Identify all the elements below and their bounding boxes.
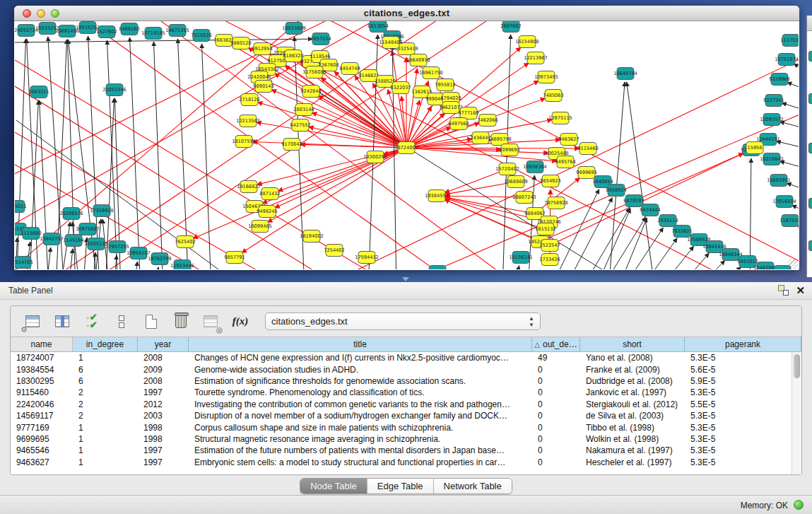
- table-row[interactable]: 977716911998Corpus callosum shape and si…: [11, 421, 792, 433]
- network-node-9463627[interactable]: 9463627: [558, 134, 579, 146]
- column-header-name[interactable]: name: [11, 337, 73, 351]
- column-header-short[interactable]: short: [580, 337, 685, 351]
- network-node-16640910[interactable]: 16640910: [406, 54, 430, 66]
- network-node-2063311[interactable]: 2063311: [28, 86, 49, 98]
- network-node-2522547[interactable]: 2522547: [539, 240, 560, 252]
- tab-network-table[interactable]: Network Table: [434, 479, 512, 493]
- network-node-16099485[interactable]: 16099485: [248, 221, 272, 233]
- network-node-11548408[interactable]: 11548408: [379, 37, 403, 49]
- network-node-16936364[interactable]: 16936364: [523, 161, 547, 173]
- network-node-19166827[interactable]: 19166827: [237, 181, 261, 193]
- network-node-9474444[interactable]: 9474444: [640, 204, 660, 216]
- network-node-9890143[interactable]: 9890143: [253, 81, 273, 93]
- network-node-1115680[interactable]: 1115680: [20, 228, 41, 240]
- network-node-12505115[interactable]: 12505115: [84, 238, 108, 250]
- table-row[interactable]: 1830029562008Estimation of significance …: [11, 375, 792, 387]
- network-node-12093572[interactable]: 12093572: [760, 114, 784, 126]
- network-node-16033809[interactable]: 16033809: [282, 23, 306, 35]
- network-node-16961758[interactable]: 16961758: [419, 67, 443, 79]
- network-node-9857791[interactable]: 9857791: [224, 252, 245, 264]
- network-node-18300295[interactable]: 18300295: [363, 151, 387, 163]
- network-node-9699695[interactable]: 9699695: [576, 167, 596, 179]
- network-node-1733426[interactable]: 1733426: [539, 254, 560, 266]
- network-node-1145194[interactable]: 1145194: [63, 235, 83, 247]
- network-node-1187534[interactable]: 1187534: [779, 215, 799, 227]
- network-node-12975115[interactable]: 12975115: [548, 112, 572, 124]
- network-node-2514705[interactable]: 2514705: [15, 257, 33, 269]
- splitter-handle[interactable]: [402, 277, 409, 282]
- network-node-9498245[interactable]: 9498245: [257, 206, 277, 218]
- network-node-17359928[interactable]: 17359928: [90, 205, 114, 217]
- network-node-17016504[interactable]: 17016504: [772, 196, 796, 208]
- column-header-title[interactable]: title: [189, 337, 532, 351]
- network-node-7625402[interactable]: 7625402: [175, 236, 195, 248]
- network-node-18807243[interactable]: 18807243: [512, 192, 536, 204]
- function-builder-button[interactable]: f(x): [231, 313, 249, 331]
- network-node-13942757[interactable]: 13942757: [40, 233, 64, 245]
- network-node-14895798[interactable]: 14895798: [488, 134, 512, 146]
- network-node-15958[interactable]: 15958: [746, 142, 763, 154]
- network-canvas[interactable]: 1872400719384554240557241053325720691406…: [15, 21, 799, 269]
- network-node-8813054[interactable]: 8813054: [367, 21, 388, 33]
- network-node-16210643[interactable]: 16210643: [760, 153, 784, 165]
- table-row[interactable]: 2242004622012Investigating the contribut…: [11, 399, 792, 410]
- network-node-79756928[interactable]: 79756928: [544, 197, 568, 209]
- network-node-7462066[interactable]: 7462066: [477, 115, 498, 127]
- network-node-2687682[interactable]: 2687682: [500, 21, 521, 33]
- column-header-out_de[interactable]: △out_de…: [532, 337, 580, 351]
- create-column-button[interactable]: [142, 313, 160, 331]
- network-node-7254402[interactable]: 7254402: [324, 245, 344, 257]
- network-node-9329966[interactable]: 9329966: [769, 74, 789, 86]
- network-node-21053346[interactable]: 21053346: [102, 84, 126, 96]
- tab-node-table[interactable]: Node Table: [300, 479, 367, 493]
- select-columns-button[interactable]: ✔✔: [83, 313, 101, 331]
- network-node-18107554[interactable]: 18107554: [232, 136, 256, 148]
- network-node-7632621[interactable]: 7632621: [671, 226, 692, 238]
- network-node-9115460[interactable]: 9115460: [577, 143, 598, 155]
- network-node-9170042[interactable]: 9170042: [281, 139, 302, 151]
- window-resize-grip[interactable]: [788, 259, 798, 269]
- network-node-5912954[interactable]: 5912954: [252, 43, 272, 55]
- network-node-20206576[interactable]: 20206576: [59, 208, 83, 220]
- network-node-18724007[interactable]: 18724007: [394, 142, 418, 154]
- table-row[interactable]: 946554611997Estimation of the future num…: [11, 445, 792, 456]
- network-node-11923446[interactable]: 11923446: [170, 260, 194, 270]
- network-node-9654923[interactable]: 9654923: [540, 175, 560, 187]
- network-node-8871432[interactable]: 8871432: [259, 188, 280, 200]
- network-node-7485063[interactable]: 7485063: [543, 90, 563, 102]
- network-node-2803144[interactable]: 2803144: [293, 104, 314, 116]
- network-node-10973493[interactable]: 10973493: [534, 71, 558, 83]
- network-node-14671355[interactable]: 14671355: [165, 25, 189, 37]
- network-node-10719185[interactable]: 10719185: [141, 28, 165, 40]
- table-select-combo[interactable]: citations_edges.txt ▲▼: [265, 313, 541, 330]
- column-header-in_degree[interactable]: in_degree: [73, 337, 138, 351]
- table-row[interactable]: 911546021997Tourette syndrome. Phenomeno…: [11, 387, 792, 398]
- table-row[interactable]: 969969511998Structural magnetic resonanc…: [11, 433, 792, 445]
- network-node-12213583[interactable]: 12213583: [236, 115, 260, 127]
- network-node-2718126[interactable]: 2718126: [239, 94, 259, 106]
- network-node-6497568[interactable]: 6497568: [448, 118, 469, 130]
- table-mode-button[interactable]: ⚙: [23, 313, 42, 331]
- citation-network-graph[interactable]: 1872400719384554240557241053325720691406…: [15, 21, 799, 269]
- network-node-15136141[interactable]: 15136141: [509, 252, 533, 264]
- column-header-pagerank[interactable]: pagerank: [685, 337, 801, 351]
- network-node-17957255[interactable]: 17957255: [105, 241, 129, 253]
- float-panel-icon[interactable]: [778, 285, 789, 296]
- network-node-24055724[interactable]: 24055724: [15, 25, 38, 37]
- row-height-button[interactable]: [112, 313, 131, 331]
- tab-edge-table[interactable]: Edge Table: [367, 479, 434, 493]
- network-node-9227341[interactable]: 9227341: [763, 95, 784, 107]
- network-node-2435011[interactable]: 2435011: [15, 201, 27, 213]
- network-node-1117534[interactable]: 1117534: [780, 35, 799, 47]
- network-node-16194002[interactable]: 16194002: [300, 230, 324, 243]
- show-column-button[interactable]: [53, 313, 71, 331]
- network-node-1527602[interactable]: 1527602: [96, 26, 117, 38]
- network-node-9860128[interactable]: 9860128: [230, 37, 251, 49]
- table-row[interactable]: 1456911722003Disruption of a novel membe…: [11, 410, 792, 421]
- network-node-6879197[interactable]: 6879197: [623, 195, 644, 207]
- vertical-scrollbar[interactable]: [792, 352, 801, 475]
- table-row[interactable]: 1938455462009Genome-wide association stu…: [11, 363, 792, 375]
- network-node-9777169[interactable]: 9777169: [458, 107, 478, 119]
- network-node-8322037[interactable]: 8322037: [390, 82, 411, 94]
- network-node-8427552[interactable]: 8427552: [290, 119, 310, 132]
